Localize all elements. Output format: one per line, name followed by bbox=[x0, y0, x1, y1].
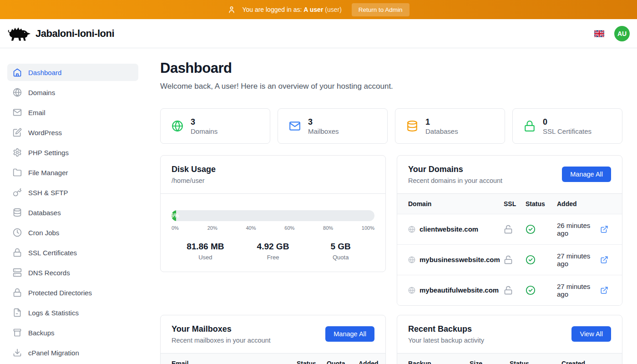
disk-stat-quota: 5 GB Quota bbox=[307, 242, 374, 261]
sidebar-item-php-settings[interactable]: PHP Settings bbox=[7, 144, 138, 161]
stat-value: 1 bbox=[425, 117, 458, 127]
gear-icon bbox=[13, 148, 22, 157]
stat-card-ssl-certificates[interactable]: 0 SSL Certificates bbox=[512, 108, 622, 144]
sidebar-item-backups[interactable]: Backups bbox=[7, 324, 138, 341]
return-to-admin-button[interactable]: Return to Admin bbox=[352, 3, 410, 16]
globe-icon bbox=[408, 287, 415, 294]
language-flag-icon[interactable] bbox=[594, 30, 604, 37]
view-all-backups-button[interactable]: View All bbox=[571, 326, 611, 342]
domain-row[interactable]: mybeautifulwebsite.com 27 minutes ago bbox=[397, 275, 622, 305]
file-text-icon bbox=[13, 308, 22, 317]
user-icon bbox=[228, 5, 236, 14]
external-link-icon[interactable] bbox=[600, 286, 608, 294]
sidebar-item-dns-records[interactable]: DNS Records bbox=[7, 264, 138, 281]
sidebar-item-email[interactable]: Email bbox=[7, 104, 138, 121]
domain-row[interactable]: clientwebsite.com 26 minutes ago bbox=[397, 214, 622, 244]
sidebar-item-file-manager[interactable]: File Manager bbox=[7, 164, 138, 181]
stat-label: Databases bbox=[425, 127, 458, 135]
sidebar-item-protected-directories[interactable]: Protected Directories bbox=[7, 284, 138, 301]
status-active-icon bbox=[526, 285, 536, 295]
disk-usage-title: Disk Usage bbox=[172, 165, 216, 174]
manage-all-domains-button[interactable]: Manage All bbox=[562, 167, 611, 182]
page-subtitle: Welcome back, A user! Here is an overvie… bbox=[160, 82, 622, 91]
disk-usage-path: /home/user bbox=[172, 177, 216, 184]
main-content: Dashboard Welcome back, A user! Here is … bbox=[146, 48, 637, 364]
sidebar-item-ssl-certificates[interactable]: SSL Certificates bbox=[7, 244, 138, 261]
disk-stat-used: 81.86 MB Used bbox=[172, 242, 239, 261]
app-title: Jabaloni-loni-loni bbox=[35, 28, 114, 40]
stat-label: Mailboxes bbox=[308, 127, 339, 135]
user-avatar[interactable]: AU bbox=[614, 26, 630, 41]
disk-usage-bar: 1.6% bbox=[172, 210, 374, 221]
domains-card-subtitle: Recent domains in your account bbox=[408, 177, 502, 184]
stat-value: 3 bbox=[191, 117, 217, 127]
database-icon bbox=[13, 208, 22, 217]
domain-added: 27 minutes ago bbox=[557, 283, 600, 298]
disk-usage-ticks: 0%20%40%60%80%100% bbox=[172, 225, 374, 231]
globe-icon bbox=[172, 120, 183, 132]
external-link-icon[interactable] bbox=[600, 256, 608, 264]
manage-all-mailboxes-button[interactable]: Manage All bbox=[325, 326, 374, 342]
download-icon bbox=[13, 348, 22, 357]
ssl-unlocked-icon bbox=[504, 225, 513, 234]
sidebar-item-databases[interactable]: Databases bbox=[7, 204, 138, 221]
clock-icon bbox=[13, 228, 22, 237]
stats-row: 3 Domains 3 Mailboxes 1 Databases bbox=[160, 108, 622, 144]
app-header: Jabaloni-loni-loni AU bbox=[0, 19, 637, 48]
disk-usage-percent: 1.6% bbox=[172, 210, 179, 221]
folder-icon bbox=[13, 168, 22, 177]
backups-card-subtitle: Your latest backup activity bbox=[408, 337, 484, 344]
backups-table-header: Backup Size Status Created bbox=[397, 354, 622, 364]
database-icon bbox=[406, 120, 418, 132]
sidebar-item-ssh-sftp[interactable]: SSH & SFTP bbox=[7, 184, 138, 201]
archive-icon bbox=[13, 328, 22, 337]
ssl-unlocked-icon bbox=[504, 255, 513, 264]
stat-value: 0 bbox=[543, 117, 592, 127]
mailboxes-card: Your Mailboxes Recent mailboxes in your … bbox=[160, 315, 386, 364]
sidebar-item-cpanel-migration[interactable]: cPanel Migration bbox=[7, 344, 138, 361]
sidebar: Dashboard Domains Email WordPress PHP Se… bbox=[0, 48, 146, 364]
page-title: Dashboard bbox=[160, 60, 622, 76]
status-active-icon bbox=[526, 224, 536, 234]
mail-icon bbox=[289, 120, 301, 132]
domains-card-title: Your Domains bbox=[408, 165, 502, 174]
banner-user-role: (user) bbox=[325, 6, 342, 13]
domains-table-header: Domain SSL Status Added bbox=[397, 194, 622, 214]
disk-stat-free: 4.92 GB Free bbox=[239, 242, 307, 261]
stat-card-domains[interactable]: 3 Domains bbox=[160, 108, 270, 144]
domain-added: 27 minutes ago bbox=[557, 252, 600, 268]
mailboxes-card-title: Your Mailboxes bbox=[172, 324, 271, 334]
globe-icon bbox=[408, 256, 415, 263]
sidebar-item-logs-statistics[interactable]: Logs & Statistics bbox=[7, 304, 138, 321]
server-icon bbox=[13, 268, 22, 277]
external-link-icon[interactable] bbox=[600, 225, 608, 233]
sidebar-item-dashboard[interactable]: Dashboard bbox=[7, 64, 138, 81]
stat-card-databases[interactable]: 1 Databases bbox=[395, 108, 505, 144]
lock-icon bbox=[13, 248, 22, 257]
home-icon bbox=[13, 68, 22, 77]
sidebar-item-wordpress[interactable]: WordPress bbox=[7, 124, 138, 141]
sidebar-item-cron-jobs[interactable]: Cron Jobs bbox=[7, 224, 138, 241]
stat-label: SSL Certificates bbox=[543, 127, 592, 135]
app-logo[interactable]: Jabaloni-loni-loni bbox=[7, 25, 114, 43]
domain-row[interactable]: mybusinesswebsite.com 27 minutes ago bbox=[397, 244, 622, 275]
mail-icon bbox=[13, 108, 22, 117]
stat-label: Domains bbox=[191, 127, 217, 135]
ssl-unlocked-icon bbox=[504, 286, 513, 295]
globe-icon bbox=[408, 226, 415, 233]
edit-icon bbox=[13, 128, 22, 137]
domains-card: Your Domains Recent domains in your acco… bbox=[397, 155, 622, 306]
lock-icon bbox=[13, 288, 22, 297]
banner-message: You are logged in as: A user (user) bbox=[242, 6, 341, 13]
banner-user-name: A user bbox=[303, 6, 323, 13]
mailboxes-card-subtitle: Recent mailboxes in your account bbox=[172, 337, 271, 344]
impersonation-banner: You are logged in as: A user (user) Retu… bbox=[0, 0, 637, 19]
mailboxes-table-header: Email Status Quota Added bbox=[161, 354, 385, 364]
sidebar-item-domains[interactable]: Domains bbox=[7, 84, 138, 101]
backups-card-title: Recent Backups bbox=[408, 324, 484, 334]
stat-value: 3 bbox=[308, 117, 339, 127]
boar-logo-icon bbox=[7, 25, 31, 43]
stat-card-mailboxes[interactable]: 3 Mailboxes bbox=[278, 108, 388, 144]
domain-added: 26 minutes ago bbox=[557, 222, 600, 237]
key-icon bbox=[13, 188, 22, 197]
